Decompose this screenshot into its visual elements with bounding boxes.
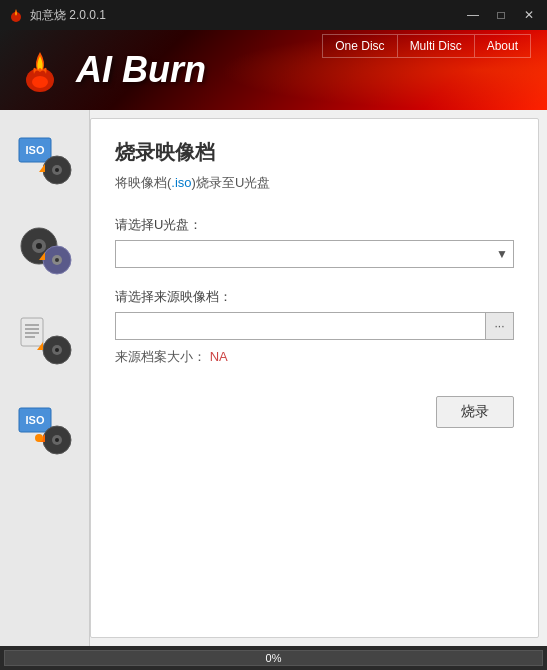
u-disc-label: 请选择U光盘： [115,216,514,234]
app-icon-title [8,7,24,23]
title-text: 如意烧 2.0.0.1 [30,7,106,24]
progress-label: 0% [266,652,282,664]
flame-logo-icon [16,46,64,94]
title-bar: 如意烧 2.0.0.1 — □ ✕ [0,0,547,30]
header-logo: AI Burn [16,46,206,94]
main-container: ISO [0,110,547,646]
sidebar-item-iso-usb[interactable]: ISO [10,400,80,460]
burn-button[interactable]: 烧录 [436,396,514,428]
svg-rect-18 [25,336,35,338]
file-size-value: NA [210,349,228,364]
file-input-wrapper: ··· [115,312,514,340]
svg-text:ISO: ISO [25,144,44,156]
content-area: 烧录映像档 将映像档(.iso)烧录至U光盘 请选择U光盘： ▼ 请选择来源映像… [90,118,539,638]
svg-point-27 [35,434,43,442]
svg-text:ISO: ISO [25,414,44,426]
file-burn-icon [17,314,73,366]
subtitle-post: )烧录至U光盘 [192,175,271,190]
close-button[interactable]: ✕ [519,7,539,23]
about-button[interactable]: About [475,34,531,58]
multi-disc-button[interactable]: Multi Disc [398,34,475,58]
svg-point-21 [55,348,59,352]
progress-bar-track: 0% [4,650,543,666]
svg-point-2 [32,76,48,88]
svg-point-26 [55,438,59,442]
disc-clone-icon [17,224,73,276]
sidebar-item-disc-clone[interactable] [10,220,80,280]
svg-point-7 [55,168,59,172]
svg-rect-16 [25,328,39,330]
subtitle-iso: .iso [171,175,191,190]
burn-btn-row: 烧录 [115,396,514,428]
subtitle-pre: 将映像档( [115,175,171,190]
svg-rect-15 [25,324,39,326]
source-file-input[interactable] [116,313,485,339]
svg-rect-17 [25,332,39,334]
header: AI Burn One Disc Multi Disc About [0,30,547,110]
file-browse-button[interactable]: ··· [485,313,513,339]
iso-udisc-icon: ISO [17,134,73,186]
minimize-button[interactable]: — [463,7,483,23]
title-bar-controls: — □ ✕ [463,7,539,23]
sidebar-item-iso-udisc[interactable]: ISO [10,130,80,190]
app-title: AI Burn [76,49,206,91]
iso-usb-icon: ISO [17,404,73,456]
section-subtitle: 将映像档(.iso)烧录至U光盘 [115,174,514,192]
sidebar-item-file-burn[interactable] [10,310,80,370]
progress-bar-container: 0% [0,646,547,670]
u-disc-dropdown-wrapper: ▼ [115,240,514,268]
title-bar-left: 如意烧 2.0.0.1 [8,7,106,24]
header-nav: One Disc Multi Disc About [322,34,531,58]
svg-point-10 [36,243,42,249]
maximize-button[interactable]: □ [491,7,511,23]
file-size-label: 来源档案大小： [115,349,206,364]
u-disc-group: 请选择U光盘： ▼ [115,216,514,268]
svg-point-13 [55,258,59,262]
source-file-label: 请选择来源映像档： [115,288,514,306]
file-size-row: 来源档案大小： NA [115,348,514,366]
source-file-group: 请选择来源映像档： ··· 来源档案大小： NA [115,288,514,366]
one-disc-button[interactable]: One Disc [322,34,397,58]
u-disc-select[interactable] [115,240,514,268]
section-title: 烧录映像档 [115,139,514,166]
sidebar: ISO [0,110,90,646]
